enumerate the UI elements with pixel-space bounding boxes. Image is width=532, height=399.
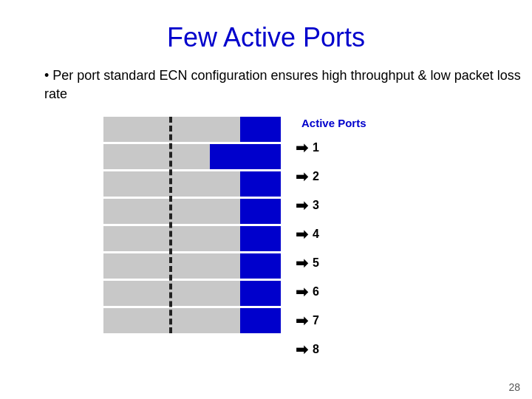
blue-fill-row: [240, 199, 281, 224]
port-number: 7: [313, 314, 319, 327]
arrow-icon: ➡: [296, 254, 308, 272]
blue-fill-row: [210, 144, 281, 169]
legend-item: ➡4: [296, 220, 366, 248]
legend-title: Active Ports: [301, 117, 366, 129]
blue-fill-row: [240, 281, 281, 306]
port-number: 2: [313, 170, 319, 183]
blue-fill-row: [240, 117, 281, 142]
port-number: 1: [313, 141, 319, 154]
arrow-icon: ➡: [296, 139, 308, 157]
blue-fill-row: [240, 253, 281, 279]
dashed-line: [169, 117, 172, 333]
arrow-icon: ➡: [296, 312, 308, 330]
port-number: 5: [313, 256, 319, 270]
row-separator: [103, 333, 281, 335]
legend-item: ➡1: [296, 134, 366, 161]
legend-area: Active Ports ➡1➡2➡3➡4➡5➡6➡7➡8: [296, 117, 366, 364]
page-number: 28: [508, 381, 520, 393]
arrow-icon: ➡: [296, 341, 308, 358]
content-area: Active Ports ➡1➡2➡3➡4➡5➡6➡7➡8: [103, 117, 532, 364]
legend-item: ➡5: [296, 249, 366, 276]
arrow-icon: ➡: [296, 168, 308, 185]
arrow-icon: ➡: [296, 197, 308, 214]
legend-item: ➡2: [296, 163, 366, 190]
port-number: 6: [313, 285, 319, 299]
chart-container: [103, 117, 281, 333]
bullet-text: • Per port standard ECN configuration en…: [44, 66, 532, 103]
arrow-icon: ➡: [296, 225, 308, 243]
page-title: Few Active Ports: [0, 22, 532, 53]
port-number: 4: [313, 228, 319, 241]
port-number: 8: [313, 343, 319, 356]
legend-item: ➡8: [296, 335, 366, 363]
blue-fill-row: [240, 226, 281, 251]
legend-item: ➡3: [296, 191, 366, 219]
arrow-icon: ➡: [296, 283, 308, 301]
legend-item: ➡7: [296, 307, 366, 334]
port-number: 3: [313, 199, 319, 212]
blue-fill-row: [240, 171, 281, 197]
blue-fill-row: [240, 308, 281, 333]
legend-item: ➡6: [296, 278, 366, 305]
